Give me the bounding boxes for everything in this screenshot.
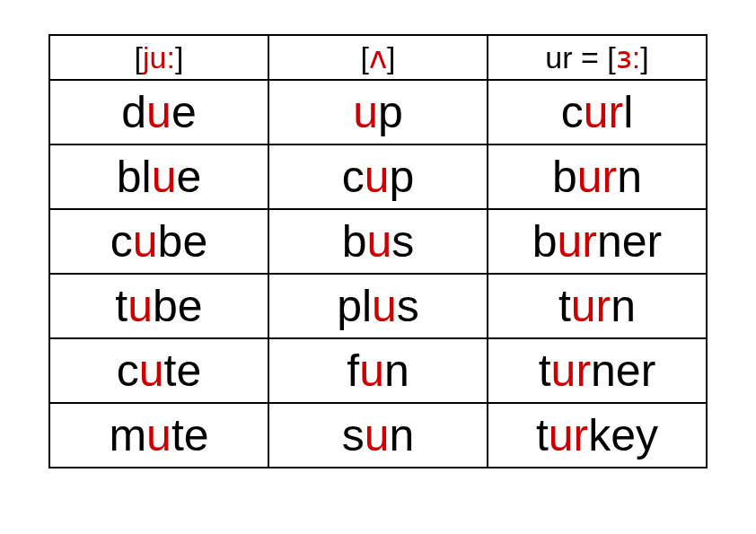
word-cell: burn — [488, 144, 707, 209]
table-row: due up curl — [49, 80, 707, 144]
word-cell: sun — [268, 403, 488, 468]
word-cell: due — [49, 80, 268, 144]
header-cell-3: ur = [ɜ:] — [488, 35, 707, 80]
word-cell: burner — [488, 209, 707, 274]
table-row: cute fun turner — [49, 338, 707, 403]
table-row: blue cup burn — [49, 144, 707, 209]
header-cell-2: [ʌ] — [268, 35, 488, 80]
word-cell: plus — [268, 274, 488, 338]
table-row: mute sun turkey — [49, 403, 707, 468]
word-cell: mute — [49, 403, 268, 468]
word-cell: up — [268, 80, 488, 144]
table-row: cube bus burner — [49, 209, 707, 274]
word-cell: cup — [268, 144, 488, 209]
word-cell: bus — [268, 209, 488, 274]
table-row: tube plus turn — [49, 274, 707, 338]
table-body: due up curl blue cup burn cube bus burne… — [49, 80, 707, 468]
word-cell: fun — [268, 338, 488, 403]
word-cell: turn — [488, 274, 707, 338]
header-cell-1: [ju:] — [49, 35, 268, 80]
word-cell: cute — [49, 338, 268, 403]
word-cell: turner — [488, 338, 707, 403]
phonics-table: [ju:] [ʌ] ur = [ɜ:] due up curl blue cup… — [48, 34, 708, 468]
word-cell: cube — [49, 209, 268, 274]
word-cell: curl — [488, 80, 707, 144]
header-row: [ju:] [ʌ] ur = [ɜ:] — [49, 35, 707, 80]
word-cell: turkey — [488, 403, 707, 468]
word-cell: tube — [49, 274, 268, 338]
word-cell: blue — [49, 144, 268, 209]
